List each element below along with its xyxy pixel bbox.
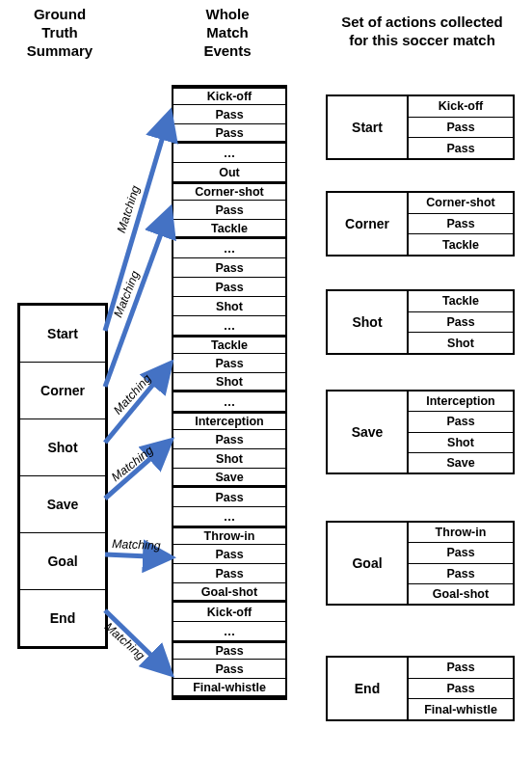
matching-label: Matching bbox=[111, 269, 142, 319]
matching-label: Matching bbox=[109, 444, 156, 484]
svg-line-4 bbox=[105, 554, 170, 557]
whole-match-events: Kick-offPassPass…OutCorner-shotPassTackl… bbox=[172, 85, 287, 700]
collected-row: Pass bbox=[409, 412, 513, 432]
collected-row: Pass bbox=[409, 679, 513, 700]
event-row: … bbox=[173, 622, 285, 641]
collected-row: Save bbox=[409, 453, 513, 472]
event-row: Pass bbox=[173, 545, 285, 564]
event-row: Pass bbox=[173, 640, 285, 660]
collected-end: EndPassPassFinal-whistle bbox=[326, 656, 515, 721]
collected-row: Tackle bbox=[409, 291, 513, 312]
event-row: Goal-shot bbox=[173, 583, 285, 603]
event-row: Shot bbox=[173, 373, 285, 392]
event-row: Corner-shot bbox=[173, 181, 285, 201]
event-row: … bbox=[173, 239, 285, 258]
event-row: Pass bbox=[173, 105, 285, 124]
collected-goal: GoalThrow-inPassPassGoal-shot bbox=[326, 521, 515, 606]
event-row: Pass bbox=[173, 660, 285, 679]
collected-label: Save bbox=[328, 392, 409, 472]
summary-cell-save: Save bbox=[20, 476, 105, 533]
event-row: … bbox=[173, 144, 285, 163]
event-row: Shot bbox=[173, 449, 285, 469]
collected-label: Shot bbox=[328, 291, 409, 353]
collected-row: Final-whistle bbox=[409, 699, 513, 719]
collected-row: Kick-off bbox=[409, 96, 513, 118]
event-row: Interception bbox=[173, 411, 285, 430]
collected-corner: CornerCorner-shotPassTackle bbox=[326, 191, 515, 256]
event-row: Out bbox=[173, 163, 285, 182]
matching-label: Matching bbox=[112, 537, 161, 553]
event-row: Pass bbox=[173, 124, 285, 144]
collected-label: Goal bbox=[328, 523, 409, 604]
event-row: Final-whistle bbox=[173, 679, 285, 698]
collected-label: Corner bbox=[328, 193, 409, 255]
summary-cell-corner: Corner bbox=[20, 363, 105, 419]
event-row: Pass bbox=[173, 354, 285, 373]
event-row: Shot bbox=[173, 297, 285, 316]
event-row: Pass bbox=[173, 564, 285, 583]
event-row: Pass bbox=[173, 278, 285, 297]
svg-line-0 bbox=[105, 114, 170, 331]
header-right: Set of actions collected for this soccer… bbox=[326, 14, 519, 50]
collected-row: Pass bbox=[409, 543, 513, 563]
collected-shot: ShotTacklePassShot bbox=[326, 289, 515, 355]
collected-row: Throw-in bbox=[409, 523, 513, 543]
collected-label: Start bbox=[328, 96, 409, 158]
collected-row: Corner-shot bbox=[409, 193, 513, 214]
collected-save: SaveInterceptionPassShotSave bbox=[326, 390, 515, 474]
event-row: … bbox=[173, 507, 285, 526]
summary-cell-shot: Shot bbox=[20, 419, 105, 476]
event-row: Save bbox=[173, 469, 285, 488]
collected-row: Pass bbox=[409, 312, 513, 334]
collected-row: Goal-shot bbox=[409, 584, 513, 604]
matching-label: Matching bbox=[111, 371, 153, 417]
event-row: Pass bbox=[173, 201, 285, 220]
collected-row: Pass bbox=[409, 138, 513, 158]
collected-row: Pass bbox=[409, 214, 513, 235]
event-row: Kick-off bbox=[173, 86, 285, 105]
collected-label: End bbox=[328, 658, 409, 719]
collected-row: Pass bbox=[409, 658, 513, 679]
header-mid: Whole Match Events bbox=[172, 6, 283, 60]
event-row: … bbox=[173, 316, 285, 336]
summary-cell-start: Start bbox=[20, 306, 105, 363]
event-row: Tackle bbox=[173, 220, 285, 239]
summary-cell-goal: Goal bbox=[20, 533, 105, 590]
header-left: Ground Truth Summary bbox=[17, 6, 102, 60]
collected-row: Pass bbox=[409, 564, 513, 584]
event-row: Pass bbox=[173, 258, 285, 278]
collected-row: Pass bbox=[409, 118, 513, 139]
event-row: … bbox=[173, 392, 285, 412]
event-row: Tackle bbox=[173, 335, 285, 354]
ground-truth-summary: StartCornerShotSaveGoalEnd bbox=[17, 303, 108, 649]
matching-label: Matching bbox=[115, 184, 143, 235]
svg-line-1 bbox=[105, 210, 170, 387]
collected-row: Shot bbox=[409, 433, 513, 453]
matching-label: Matching bbox=[102, 620, 147, 662]
event-row: Pass bbox=[173, 488, 285, 507]
collected-row: Shot bbox=[409, 333, 513, 353]
collected-row: Interception bbox=[409, 392, 513, 412]
event-row: Kick-off bbox=[173, 603, 285, 622]
event-row: Throw-in bbox=[173, 526, 285, 545]
collected-start: StartKick-offPassPass bbox=[326, 94, 515, 160]
summary-cell-end: End bbox=[20, 590, 105, 646]
collected-row: Tackle bbox=[409, 234, 513, 255]
event-row: Pass bbox=[173, 430, 285, 449]
